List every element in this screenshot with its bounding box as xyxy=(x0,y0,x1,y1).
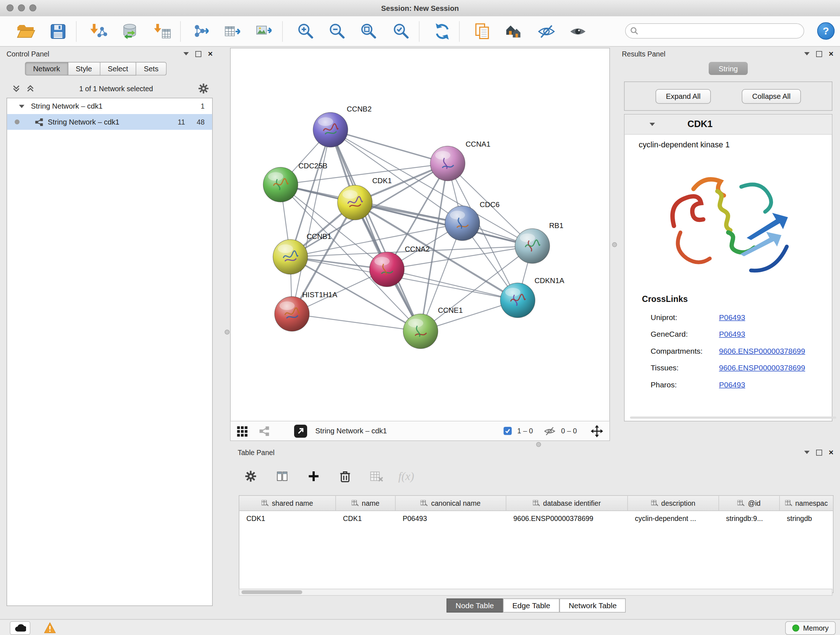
network-node-CCNA2[interactable] xyxy=(370,252,404,287)
fit-crosshair-icon[interactable] xyxy=(590,424,604,438)
network-node-HIST1H1A[interactable] xyxy=(275,296,309,331)
refresh-button[interactable] xyxy=(430,20,455,43)
network-node-CDC6[interactable] xyxy=(445,206,480,241)
cell-canonical-name[interactable]: P06493 xyxy=(396,511,507,526)
expand-all-button[interactable]: Expand All xyxy=(655,89,711,103)
network-node-CCNB1[interactable] xyxy=(273,240,308,274)
scrollbar-thumb[interactable] xyxy=(242,591,302,594)
copy-button[interactable] xyxy=(470,20,495,43)
export-image-button[interactable] xyxy=(252,20,277,43)
pharos-link[interactable]: P06493 xyxy=(719,380,745,388)
panel-float-icon[interactable] xyxy=(183,52,189,55)
tab-sets[interactable]: Sets xyxy=(136,62,167,76)
cell-name[interactable]: CDK1 xyxy=(336,511,396,526)
network-collection-row[interactable]: String Network – cdk1 1 xyxy=(7,98,212,114)
network-edge[interactable] xyxy=(355,203,532,246)
panel-close-icon[interactable]: × xyxy=(829,51,834,57)
column-header[interactable]: canonical name xyxy=(396,496,507,511)
network-canvas[interactable]: CCNB2CCNA1CDC25BCDK1CDC6RB1CCNB1CCNA2CDK… xyxy=(231,49,609,421)
delete-column-button[interactable] xyxy=(335,467,355,486)
cell-database-identifier[interactable]: 9606.ENSP00000378699 xyxy=(507,511,628,526)
help-button[interactable]: ? xyxy=(817,22,835,40)
vertical-splitter-handle[interactable] xyxy=(612,242,617,247)
uniprot-link[interactable]: P06493 xyxy=(719,312,745,321)
network-view-icon[interactable] xyxy=(259,425,270,436)
memory-button[interactable]: Memory xyxy=(785,621,836,635)
table-horizontal-scrollbar[interactable] xyxy=(239,589,832,596)
function-builder-button[interactable]: f(x) xyxy=(398,470,414,483)
tree-expand-icon[interactable] xyxy=(19,105,25,108)
clear-table-button[interactable] xyxy=(367,467,386,486)
network-edge[interactable] xyxy=(292,130,331,314)
expand-all-icon[interactable] xyxy=(26,84,35,93)
export-network-button[interactable] xyxy=(189,20,214,43)
network-edge[interactable] xyxy=(292,314,421,331)
zoom-in-button[interactable] xyxy=(293,20,318,43)
network-overview-button[interactable] xyxy=(501,20,526,43)
grid-view-icon[interactable] xyxy=(236,425,248,437)
network-table-tab[interactable]: Network Table xyxy=(559,599,626,613)
cloud-status-button[interactable] xyxy=(10,621,30,635)
collapse-all-icon[interactable] xyxy=(12,84,21,93)
minimize-window-button[interactable] xyxy=(18,4,25,11)
column-header[interactable]: database identifier xyxy=(507,496,628,511)
show-button[interactable] xyxy=(565,20,591,43)
selected-checkbox-icon[interactable] xyxy=(504,427,512,435)
column-header[interactable]: description xyxy=(628,496,719,511)
table-settings-button[interactable] xyxy=(241,467,261,486)
table-row[interactable]: CDK1 CDK1 P06493 9606.ENSP00000378699 cy… xyxy=(240,511,833,526)
panel-close-icon[interactable]: × xyxy=(829,450,834,455)
cell-id[interactable]: stringdb:9... xyxy=(719,511,780,526)
column-header[interactable]: name xyxy=(336,496,396,511)
cell-namespace[interactable]: stringdb xyxy=(780,511,833,526)
network-edge[interactable] xyxy=(331,130,448,164)
network-node-CCNB2[interactable] xyxy=(313,112,348,147)
import-table-button[interactable] xyxy=(150,20,175,43)
column-header[interactable]: shared name xyxy=(240,496,336,511)
import-database-button[interactable] xyxy=(117,20,142,43)
node-table-tab[interactable]: Node Table xyxy=(447,599,503,613)
network-node-CCNA1[interactable] xyxy=(431,146,465,181)
panel-close-icon[interactable]: × xyxy=(208,51,213,57)
zoom-fit-button[interactable] xyxy=(356,20,381,43)
save-session-button[interactable] xyxy=(46,20,71,43)
column-header[interactable]: @id xyxy=(719,496,780,511)
panel-maximize-icon[interactable] xyxy=(195,51,202,57)
edge-table-tab[interactable]: Edge Table xyxy=(503,599,560,613)
network-node-CDKN1A[interactable] xyxy=(500,283,535,318)
network-row-selected[interactable]: String Network – cdk1 11 48 xyxy=(7,114,212,130)
results-scrollbar[interactable] xyxy=(630,417,836,419)
vertical-splitter-handle[interactable] xyxy=(225,330,230,335)
warnings-button[interactable] xyxy=(41,621,58,634)
hide-button[interactable] xyxy=(534,20,559,43)
export-table-button[interactable] xyxy=(220,20,245,43)
add-column-button[interactable] xyxy=(304,467,324,486)
hidden-eye-slash-icon[interactable] xyxy=(544,425,556,437)
network-node-RB1[interactable] xyxy=(515,229,550,264)
panel-maximize-icon[interactable] xyxy=(816,51,822,57)
network-node-CCNE1[interactable] xyxy=(403,314,438,348)
maximize-window-button[interactable] xyxy=(29,4,36,11)
show-columns-button[interactable] xyxy=(272,467,292,486)
export-view-icon[interactable] xyxy=(294,424,308,438)
tab-select[interactable]: Select xyxy=(100,62,136,76)
tissues-link[interactable]: 9606.ENSP00000378699 xyxy=(719,363,805,372)
string-results-tab[interactable]: String xyxy=(709,62,748,75)
section-collapse-icon[interactable] xyxy=(650,123,655,126)
tab-style[interactable]: Style xyxy=(68,62,100,76)
network-edge[interactable] xyxy=(387,269,518,301)
column-header[interactable]: namespac xyxy=(780,496,833,511)
search-input[interactable] xyxy=(625,24,804,39)
close-window-button[interactable] xyxy=(6,4,14,11)
tab-network[interactable]: Network xyxy=(25,62,68,76)
panel-float-icon[interactable] xyxy=(804,52,810,55)
cell-description[interactable]: cyclin-dependent ... xyxy=(628,511,719,526)
protein-section-header[interactable]: CDK1 xyxy=(625,115,832,135)
panel-float-icon[interactable] xyxy=(804,451,810,454)
zoom-out-button[interactable] xyxy=(325,20,349,43)
cell-shared-name[interactable]: CDK1 xyxy=(240,511,336,526)
gear-icon[interactable] xyxy=(197,82,210,95)
open-session-button[interactable] xyxy=(13,20,38,43)
horizontal-splitter-handle[interactable] xyxy=(536,442,541,447)
network-node-CDC25B[interactable] xyxy=(264,167,298,202)
